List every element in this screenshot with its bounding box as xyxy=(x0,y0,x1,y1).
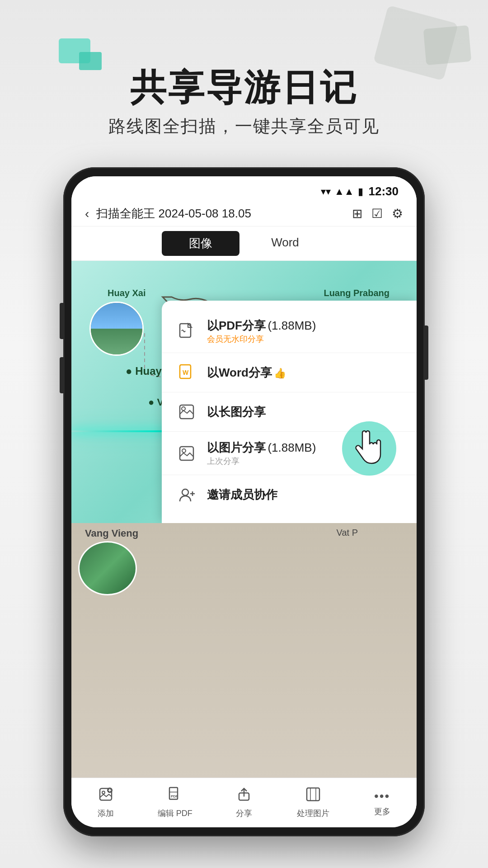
vat-p-label: Vat P xyxy=(337,528,358,538)
invite-label: 邀请成员协作 xyxy=(207,487,277,503)
phone-wrapper: ▾▾ ▲▲ ▮ 12:30 ‹ 扫描全能王 2024-05-08 18.05 ⊞… xyxy=(63,167,425,836)
svg-text:PDF: PDF xyxy=(171,794,178,798)
nav-add-label: 添加 xyxy=(98,808,114,819)
sub-title: 路线图全扫描，一键共享全员可见 xyxy=(0,115,488,138)
pdf-label: 以PDF分享 xyxy=(207,319,266,332)
pdf-icon xyxy=(175,320,198,343)
image-last-share: 上次分享 xyxy=(207,457,239,466)
map-label-luang-prabang-top: Luang Prabang xyxy=(324,288,389,298)
map-label-huay-xai-top: Huay Xai xyxy=(108,288,145,298)
phone-screen: ▾▾ ▲▲ ▮ 12:30 ‹ 扫描全能王 2024-05-08 18.05 ⊞… xyxy=(71,176,417,827)
nav-more[interactable]: ••• 更多 xyxy=(347,789,417,817)
signal-icon: ▲▲ xyxy=(334,186,354,198)
long-image-icon xyxy=(175,401,198,423)
wifi-icon: ▾▾ xyxy=(321,186,331,198)
share-pdf-item[interactable]: 以PDF分享 (1.88MB) 会员无水印分享 xyxy=(162,310,417,353)
nav-edit-pdf-label: 编辑 PDF xyxy=(158,808,192,819)
edit-pdf-icon: PDF xyxy=(167,787,183,805)
nav-share[interactable]: 分享 xyxy=(210,787,279,819)
share-pdf-label: 以PDF分享 (1.88MB) 会员无水印分享 xyxy=(207,318,316,344)
image-icon xyxy=(175,442,198,465)
vang-vieng-bottom-label: Vang Vieng xyxy=(85,528,138,539)
svg-rect-24 xyxy=(307,788,319,801)
side-button-power xyxy=(425,326,428,380)
side-button-volume-down xyxy=(60,357,63,393)
nav-process-label: 处理图片 xyxy=(297,808,329,819)
grid-icon[interactable]: ⊞ xyxy=(352,206,362,221)
share-word-item[interactable]: W 以Word分享 👍 xyxy=(162,353,417,392)
nav-more-label: 更多 xyxy=(374,806,390,817)
check-icon[interactable]: ☑ xyxy=(371,206,383,221)
nav-add[interactable]: 添加 xyxy=(71,787,141,819)
image-size: (1.88MB) xyxy=(267,441,316,454)
deco-teal-2 xyxy=(79,52,102,70)
share-menu: 以PDF分享 (1.88MB) 会员无水印分享 W xyxy=(162,301,417,523)
add-icon xyxy=(98,787,113,805)
word-label: 以Word分享 xyxy=(207,366,272,379)
nav-edit-pdf[interactable]: PDF 编辑 PDF xyxy=(141,787,210,819)
app-header: ‹ 扫描全能王 2024-05-08 18.05 ⊞ ☑ ⚙ xyxy=(71,201,417,226)
share-image-label-wrap: 以图片分享 (1.88MB) 上次分享 xyxy=(207,440,316,467)
svg-text:W: W xyxy=(183,369,189,376)
status-bar: ▾▾ ▲▲ ▮ 12:30 xyxy=(71,176,417,201)
pdf-size: (1.88MB) xyxy=(267,319,316,332)
svg-rect-9 xyxy=(180,447,193,460)
hand-icon xyxy=(349,428,389,469)
tab-image[interactable]: 图像 xyxy=(162,231,239,256)
svg-point-15 xyxy=(102,791,105,794)
vang-vieng-photo xyxy=(78,541,137,595)
nav-process[interactable]: 处理图片 xyxy=(278,787,347,819)
share-icon xyxy=(236,787,252,805)
long-image-label: 以长图分享 xyxy=(207,404,266,420)
battery-icon: ▮ xyxy=(358,186,363,198)
invite-item[interactable]: 邀请成员协作 xyxy=(162,475,417,514)
word-icon: W xyxy=(175,361,198,384)
settings-icon[interactable]: ⚙ xyxy=(392,206,403,221)
document-title: 扫描全能王 2024-05-08 18.05 xyxy=(96,206,352,222)
hand-cursor xyxy=(340,419,399,478)
svg-point-10 xyxy=(182,449,186,453)
side-button-volume-up xyxy=(60,303,63,339)
back-button[interactable]: ‹ xyxy=(85,207,89,221)
photo-huay-xai xyxy=(89,302,144,356)
status-time: 12:30 xyxy=(369,184,399,198)
share-word-label-wrap: 以Word分享 👍 xyxy=(207,365,286,381)
tab-word[interactable]: Word xyxy=(244,231,326,256)
invite-icon xyxy=(175,483,198,506)
deco-shape-2 xyxy=(423,25,472,65)
status-icons: ▾▾ ▲▲ ▮ xyxy=(321,186,363,198)
main-title: 共享导游日记 xyxy=(0,68,488,108)
process-icon xyxy=(305,787,321,805)
phone-frame: ▾▾ ▲▲ ▮ 12:30 ‹ 扫描全能王 2024-05-08 18.05 ⊞… xyxy=(63,167,425,836)
tabs-bar: 图像 Word xyxy=(71,226,417,261)
pdf-member-label: 会员无水印分享 xyxy=(207,335,264,344)
svg-point-11 xyxy=(182,489,188,495)
bottom-nav: 添加 PDF 编辑 PDF xyxy=(71,778,417,827)
bottom-content-area: Vang Vieng Vat P xyxy=(71,523,417,784)
header-section: 共享导游日记 路线图全扫描，一键共享全员可见 xyxy=(0,68,488,138)
more-icon: ••• xyxy=(374,789,390,803)
scan-content: Huay Xai Luang Prabang ● Huay Xai ● Luan… xyxy=(71,261,417,523)
header-icons: ⊞ ☑ ⚙ xyxy=(352,206,403,221)
nav-share-label: 分享 xyxy=(236,808,252,819)
image-label: 以图片分享 xyxy=(207,441,266,454)
